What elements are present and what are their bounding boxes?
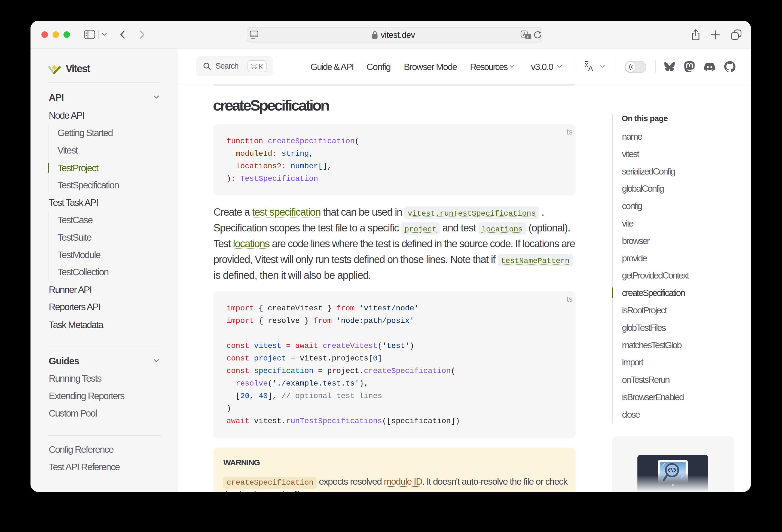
svg-text:A: A [588, 65, 593, 73]
svg-text:x: x [527, 35, 529, 39]
